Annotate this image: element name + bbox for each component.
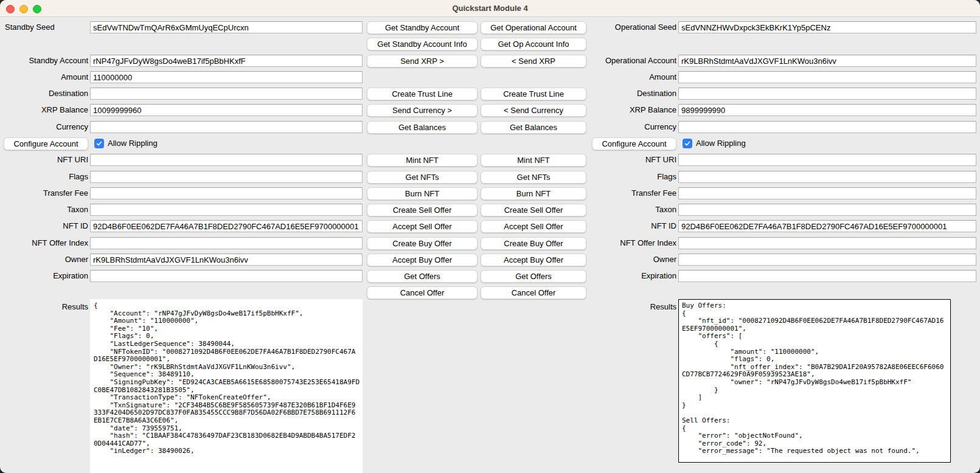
standby-seed-input[interactable] xyxy=(90,21,363,33)
operational-destination-label: Destination xyxy=(575,88,676,100)
operational-get-offers-button[interactable]: Get Offers xyxy=(481,270,586,283)
standby-destination-label: Destination xyxy=(4,88,88,100)
operational-configure-account-button[interactable]: Configure Account xyxy=(592,137,676,150)
get-op-account-info-button[interactable]: Get Op Account Info xyxy=(481,38,586,50)
row-account: Standby Account Send XRP > < Send XRP Op… xyxy=(0,55,980,67)
standby-amount-input[interactable] xyxy=(90,71,363,83)
standby-get-balances-button[interactable]: Get Balances xyxy=(367,121,478,134)
titlebar: Quickstart Module 4 xyxy=(0,0,980,17)
standby-transfer-fee-label: Transfer Fee xyxy=(4,187,88,199)
operational-mint-nft-button[interactable]: Mint NFT xyxy=(481,154,586,167)
operational-nft-id-label: NFT ID xyxy=(575,220,676,232)
operational-flags-label: Flags xyxy=(575,171,676,183)
operational-destination-input[interactable] xyxy=(678,88,976,100)
row-transfer-fee: Transfer Fee Burn NFT Burn NFT Transfer … xyxy=(0,187,980,200)
standby-allow-rippling: Allow Rippling xyxy=(94,138,158,149)
send-xrp-left-button[interactable]: < Send XRP xyxy=(481,55,586,67)
standby-expiration-input[interactable] xyxy=(90,270,363,282)
standby-transfer-fee-input[interactable] xyxy=(90,187,363,199)
standby-taxon-label: Taxon xyxy=(4,204,88,216)
operational-allow-rippling-checkbox[interactable] xyxy=(683,139,692,148)
operational-seed-input[interactable] xyxy=(678,21,976,33)
operational-allow-rippling: Allow Rippling xyxy=(683,138,746,149)
operational-account-input[interactable] xyxy=(678,55,976,67)
operational-nft-id-input[interactable] xyxy=(678,220,976,232)
standby-xrp-balance-input[interactable] xyxy=(90,104,363,116)
checkmark-icon xyxy=(684,140,690,147)
standby-allow-rippling-label: Allow Rippling xyxy=(108,138,158,149)
operational-nft-offer-index-input[interactable] xyxy=(678,237,976,249)
operational-burn-nft-button[interactable]: Burn NFT xyxy=(481,187,586,200)
operational-amount-input[interactable] xyxy=(678,71,976,83)
operational-create-sell-offer-button[interactable]: Create Sell Offer xyxy=(481,204,586,216)
standby-currency-input[interactable] xyxy=(90,121,363,133)
standby-flags-input[interactable] xyxy=(90,171,363,183)
standby-destination-input[interactable] xyxy=(90,88,363,100)
standby-expiration-label: Expiration xyxy=(4,270,88,282)
operational-create-buy-offer-button[interactable]: Create Buy Offer xyxy=(481,237,586,250)
operational-get-balances-button[interactable]: Get Balances xyxy=(481,121,586,134)
row-configure: Configure Account Allow Rippling Configu… xyxy=(0,137,980,150)
get-operational-account-button[interactable]: Get Operational Account xyxy=(481,21,586,34)
operational-accept-buy-offer-button[interactable]: Accept Buy Offer xyxy=(481,254,586,266)
app-window: Quickstart Module 4 Standby Seed Get Sta… xyxy=(0,0,980,473)
operational-taxon-input[interactable] xyxy=(678,204,976,216)
row-nft-uri: NFT URI Mint NFT Mint NFT NFT URI xyxy=(0,154,980,167)
row-amount: Amount Amount xyxy=(0,71,980,84)
standby-taxon-input[interactable] xyxy=(90,204,363,216)
send-currency-left-button[interactable]: < Send Currency xyxy=(481,104,586,117)
standby-get-nfts-button[interactable]: Get NFTs xyxy=(367,171,478,184)
operational-cancel-offer-button[interactable]: Cancel Offer xyxy=(481,286,586,299)
standby-cancel-offer-button[interactable]: Cancel Offer xyxy=(367,286,478,299)
standby-nft-id-label: NFT ID xyxy=(4,220,88,232)
row-destination: Destination Create Trust Line Create Tru… xyxy=(0,88,980,100)
send-xrp-right-button[interactable]: Send XRP > xyxy=(367,55,478,67)
operational-expiration-label: Expiration xyxy=(575,270,676,282)
operational-currency-input[interactable] xyxy=(678,121,976,133)
get-standby-account-info-button[interactable]: Get Standby Account Info xyxy=(367,38,478,50)
operational-transfer-fee-input[interactable] xyxy=(678,187,976,199)
standby-create-trust-line-button[interactable]: Create Trust Line xyxy=(367,88,478,100)
standby-get-offers-button[interactable]: Get Offers xyxy=(367,270,478,283)
standby-results-textarea[interactable]: { "Account": "rNP47gJFvDyW8gsDo4weB17if5… xyxy=(90,299,363,473)
operational-allow-rippling-label: Allow Rippling xyxy=(696,138,746,149)
standby-configure-account-button[interactable]: Configure Account xyxy=(4,137,88,150)
operational-results-label: Results xyxy=(575,302,676,311)
standby-nft-id-input[interactable] xyxy=(90,220,363,232)
standby-results-label: Results xyxy=(4,302,88,311)
operational-accept-sell-offer-button[interactable]: Accept Sell Offer xyxy=(481,220,586,233)
standby-accept-buy-offer-button[interactable]: Accept Buy Offer xyxy=(367,254,478,266)
standby-create-sell-offer-button[interactable]: Create Sell Offer xyxy=(367,204,478,216)
operational-taxon-label: Taxon xyxy=(575,204,676,216)
standby-nft-offer-index-input[interactable] xyxy=(90,237,363,249)
standby-mint-nft-button[interactable]: Mint NFT xyxy=(367,154,478,167)
standby-xrp-balance-label: XRP Balance xyxy=(4,104,88,116)
get-standby-account-button[interactable]: Get Standby Account xyxy=(367,21,478,34)
row-xrp-balance: XRP Balance Send Currency > < Send Curre… xyxy=(0,104,980,117)
operational-nft-uri-input[interactable] xyxy=(678,154,976,166)
standby-nft-uri-input[interactable] xyxy=(90,154,363,166)
standby-create-buy-offer-button[interactable]: Create Buy Offer xyxy=(367,237,478,250)
row-taxon: Taxon Create Sell Offer Create Sell Offe… xyxy=(0,204,980,216)
standby-seed-label: Standby Seed xyxy=(5,21,89,33)
standby-burn-nft-button[interactable]: Burn NFT xyxy=(367,187,478,200)
operational-nft-uri-label: NFT URI xyxy=(575,154,676,166)
operational-owner-label: Owner xyxy=(575,254,676,266)
operational-flags-input[interactable] xyxy=(678,171,976,183)
standby-owner-label: Owner xyxy=(4,254,88,266)
send-currency-right-button[interactable]: Send Currency > xyxy=(367,104,478,117)
standby-owner-input[interactable] xyxy=(90,254,363,266)
operational-get-nfts-button[interactable]: Get NFTs xyxy=(481,171,586,184)
standby-accept-sell-offer-button[interactable]: Accept Sell Offer xyxy=(367,220,478,233)
operational-create-trust-line-button[interactable]: Create Trust Line xyxy=(481,88,586,100)
standby-allow-rippling-checkbox[interactable] xyxy=(94,139,104,148)
row-cancel-offer: Cancel Offer Cancel Offer xyxy=(0,286,980,299)
operational-expiration-input[interactable] xyxy=(678,270,976,282)
operational-xrp-balance-input[interactable] xyxy=(678,104,976,116)
operational-results-textarea[interactable]: Buy Offers: { "nft_id": "0008271092D4B6F… xyxy=(678,299,951,463)
row-nft-id: NFT ID Accept Sell Offer Accept Sell Off… xyxy=(0,220,980,233)
operational-seed-label: Operational Seed xyxy=(575,21,676,33)
operational-currency-label: Currency xyxy=(575,121,676,133)
standby-account-input[interactable] xyxy=(90,55,363,67)
operational-owner-input[interactable] xyxy=(678,254,976,266)
